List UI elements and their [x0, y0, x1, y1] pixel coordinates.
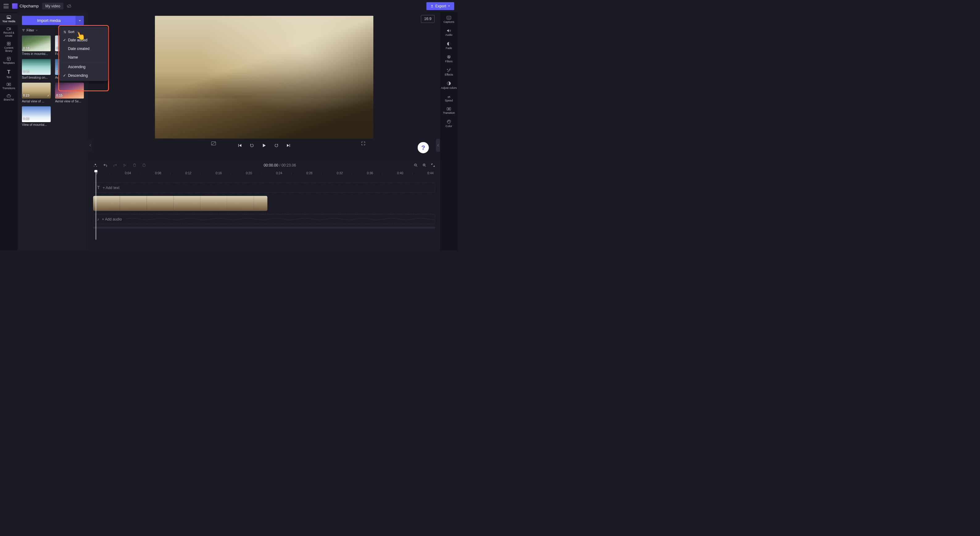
import-media-button[interactable]: Import media [22, 16, 76, 25]
zoom-fit-button[interactable] [431, 163, 435, 167]
brand-logo-icon [12, 3, 18, 9]
media-thumb[interactable]: 0:10 Surf breaking on... [22, 59, 51, 79]
media-thumb[interactable]: 0:15 Aerial view of Se... [55, 82, 84, 103]
safe-zone-icon[interactable] [211, 141, 216, 146]
rail-transitions[interactable]: Transitions [0, 81, 18, 92]
sort-option-ascending[interactable]: Ascending [59, 63, 108, 71]
svg-rect-13 [7, 95, 11, 97]
redo-button[interactable] [113, 164, 117, 167]
fade-icon [447, 42, 451, 46]
timeline-ruler[interactable]: 0 0:04 0:08 0:12 0:16 0:20 0:24 0:28 [93, 171, 435, 178]
media-thumb[interactable]: 0:18 Trees in mountai... [22, 35, 51, 56]
sort-option-name[interactable]: Name [59, 53, 108, 62]
hamburger-menu[interactable] [3, 4, 9, 8]
brand-name: Clipchamp [20, 4, 39, 8]
svg-rect-4 [7, 42, 9, 43]
undo-button[interactable] [103, 164, 107, 167]
playhead[interactable] [95, 171, 96, 239]
media-thumb[interactable]: 0:30 View of mountai... [22, 106, 51, 127]
help-button[interactable]: ? [417, 142, 429, 153]
svg-line-18 [212, 142, 215, 144]
audio-waveform-icon [125, 217, 435, 221]
rail-record-create[interactable]: Record & create [0, 25, 18, 40]
rr-captions[interactable]: CCCaptions [440, 13, 458, 26]
filter-icon [22, 29, 25, 32]
chevron-down-icon [76, 31, 79, 33]
sort-menu: Sort ✓Date added Date created Name Ascen… [59, 27, 108, 81]
svg-rect-19 [238, 144, 239, 147]
sort-option-date-created[interactable]: Date created [59, 44, 108, 53]
rr-filters[interactable]: Filters [440, 52, 458, 66]
text-icon: T [97, 186, 100, 190]
rail-content-library[interactable]: Content library [0, 40, 18, 55]
audio-icon [447, 29, 451, 32]
svg-point-44 [449, 121, 449, 121]
svg-rect-23 [143, 164, 145, 166]
sort-button[interactable]: Sort [59, 28, 108, 36]
rr-speed[interactable]: Speed [440, 92, 458, 105]
svg-rect-7 [9, 44, 11, 45]
export-label: Export [435, 4, 446, 8]
zoom-in-button[interactable] [422, 163, 426, 167]
svg-text:CC: CC [448, 17, 450, 19]
svg-point-2 [8, 17, 8, 17]
skip-start-button[interactable] [238, 143, 242, 147]
add-audio-track[interactable]: ♪ + Add audio [93, 214, 435, 224]
timeline-time: 00:00.00 / 00:23.06 [152, 163, 407, 167]
svg-line-26 [416, 166, 417, 167]
add-text-track[interactable]: T + Add text [93, 182, 435, 193]
fullscreen-button[interactable] [361, 141, 365, 146]
effects-icon [447, 68, 451, 72]
left-rail: Your media Record & create Content libra… [0, 12, 18, 250]
rail-brand-kit[interactable]: Brand kit [0, 92, 18, 103]
timeline-area: 00:00.00 / 00:23.06 0 0:04 0:08 0:12 [88, 160, 440, 250]
import-media-chevron[interactable] [76, 16, 84, 25]
rr-color[interactable]: Color [440, 117, 458, 130]
rail-templates[interactable]: Templates [0, 55, 18, 67]
timeline-clip[interactable] [93, 196, 267, 211]
svg-rect-20 [290, 144, 290, 147]
video-title[interactable]: My video [42, 3, 63, 10]
rail-text[interactable]: T Text [0, 67, 18, 81]
preview-frame[interactable] [155, 16, 373, 138]
rail-your-media[interactable]: Your media [0, 13, 18, 25]
transition-icon [447, 107, 451, 110]
export-button[interactable]: Export [426, 2, 454, 10]
library-icon [7, 42, 11, 46]
step-back-button[interactable] [250, 143, 254, 148]
text-icon: T [7, 69, 10, 75]
skip-end-button[interactable] [286, 143, 290, 147]
split-button[interactable] [123, 163, 127, 167]
delete-button[interactable] [133, 163, 136, 167]
rr-transition[interactable]: Transition [440, 105, 458, 117]
media-thumb[interactable]: 0:23✓ Aerial view of ... [22, 82, 51, 103]
aspect-ratio-button[interactable]: 16:9 [421, 15, 434, 23]
templates-icon [7, 57, 11, 61]
chevron-down-icon [79, 19, 81, 22]
auto-compose-button[interactable] [94, 163, 97, 167]
captions-icon: CC [447, 16, 451, 19]
expand-right-panel-button[interactable] [436, 139, 440, 152]
svg-point-24 [144, 163, 145, 164]
step-forward-button[interactable] [274, 143, 278, 148]
color-icon [447, 120, 451, 124]
sort-option-descending[interactable]: ✓Descending [59, 71, 108, 80]
crop-button[interactable] [142, 163, 146, 167]
rr-effects[interactable]: Effects [440, 66, 458, 79]
cloud-sync-icon[interactable] [67, 4, 72, 8]
record-icon [6, 27, 11, 30]
rr-audio[interactable]: Audio [440, 26, 458, 39]
timeline-scrollbar[interactable] [93, 227, 435, 229]
rr-adjust-colors[interactable]: Adjust colors [440, 79, 458, 92]
filters-icon [447, 55, 451, 59]
right-rail: CCCaptions Audio Fade Filters Effects Ad… [440, 12, 458, 250]
zoom-out-button[interactable] [414, 163, 417, 167]
rr-fade[interactable]: Fade [440, 39, 458, 52]
check-icon: ✓ [63, 73, 66, 78]
filter-button[interactable]: Filter [22, 29, 38, 32]
svg-point-21 [123, 164, 124, 165]
play-button[interactable] [262, 143, 267, 148]
sort-option-date-added[interactable]: ✓Date added [59, 36, 108, 45]
svg-line-29 [425, 166, 426, 167]
svg-rect-5 [9, 42, 11, 43]
